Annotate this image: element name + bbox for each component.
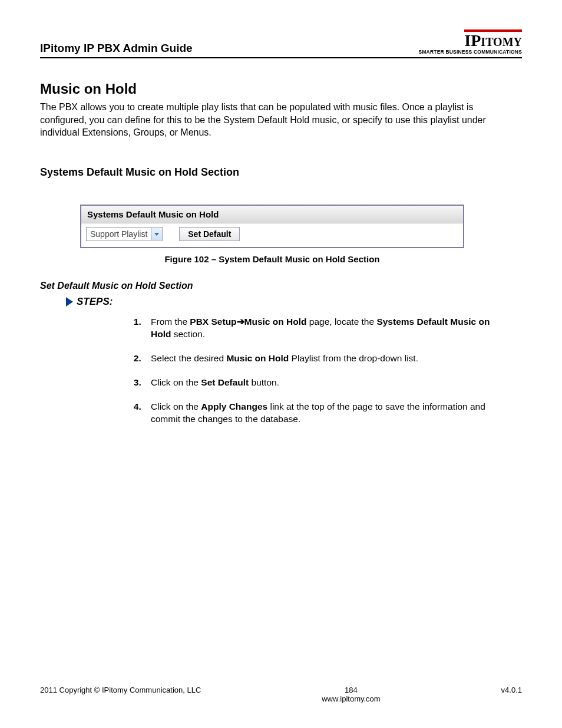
footer-website: www.ipitomy.com <box>201 694 501 703</box>
dropdown-selected-value: Support Playlist <box>90 229 147 239</box>
intro-paragraph: The PBX allows you to create multiple pl… <box>40 101 522 139</box>
section-heading: Systems Default Music on Hold Section <box>40 166 522 179</box>
logo-ip-text: IP <box>464 31 481 50</box>
svg-marker-1 <box>66 297 73 307</box>
logo-tagline: SMARTER BUSINESS COMMUNICATIONS <box>418 49 522 55</box>
subsection-heading: Set Default Music on Hold Section <box>40 281 522 291</box>
figure-caption: Figure 102 – System Default Music on Hol… <box>80 254 464 264</box>
steps-list: From the PBX Setup➔Music on Hold page, l… <box>40 316 522 426</box>
page-header: IPitomy IP PBX Admin Guide IPITOMY SMART… <box>40 29 522 58</box>
document-title: IPitomy IP PBX Admin Guide <box>40 42 193 55</box>
footer-version: v4.0.1 <box>501 686 522 694</box>
figure-102: Systems Default Music on Hold Support Pl… <box>80 205 464 264</box>
page-heading: Music on Hold <box>40 81 522 97</box>
play-arrow-icon <box>65 297 74 307</box>
brand-logo: IPITOMY SMARTER BUSINESS COMMUNICATIONS <box>418 29 522 55</box>
steps-heading: STEPS: <box>65 296 522 308</box>
chevron-down-icon <box>151 228 162 240</box>
footer-page-number: 184 <box>201 686 501 694</box>
panel-title: Systems Default Music on Hold <box>81 206 463 223</box>
playlist-dropdown[interactable]: Support Playlist <box>86 227 163 241</box>
step-1: From the PBX Setup➔Music on Hold page, l… <box>144 316 504 341</box>
steps-label: STEPS: <box>77 296 113 308</box>
svg-marker-0 <box>154 233 159 236</box>
default-moh-panel: Systems Default Music on Hold Support Pl… <box>80 205 464 248</box>
step-2: Select the desired Music on Hold Playlis… <box>144 353 504 365</box>
set-default-button[interactable]: Set Default <box>179 227 240 241</box>
logo-itomy-text: ITOMY <box>481 35 522 48</box>
page-footer: 2011 Copyright © IPitomy Communication, … <box>40 686 522 703</box>
step-3: Click on the Set Default button. <box>144 377 504 389</box>
footer-copyright: 2011 Copyright © IPitomy Communication, … <box>40 686 201 694</box>
step-4: Click on the Apply Changes link at the t… <box>144 401 504 426</box>
